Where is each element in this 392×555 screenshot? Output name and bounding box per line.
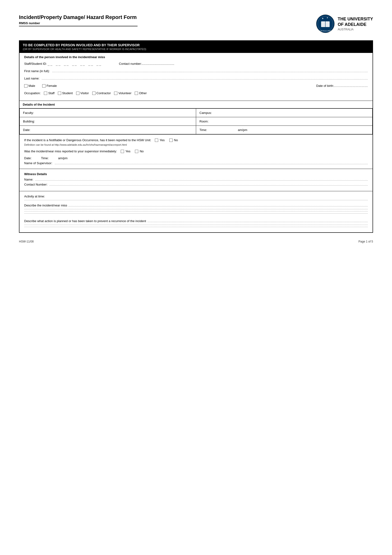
section3-date-time-row: Date: Time: am/pm bbox=[24, 156, 368, 160]
dob-group: Date of birth:…………………………… bbox=[316, 84, 368, 88]
lastname-label: Last name: bbox=[24, 77, 39, 80]
witness-section: Witness Details Name: Contact Number: bbox=[20, 169, 372, 191]
student-checkbox-item[interactable]: Student bbox=[58, 91, 73, 95]
visitor-label: Visitor bbox=[80, 91, 89, 95]
notifiable-text: If the incident is a Notifiable or Dange… bbox=[24, 138, 151, 142]
time-cell: Time: am/pm bbox=[196, 126, 372, 134]
witness-header: Witness Details bbox=[24, 172, 368, 176]
reported-no-checkbox[interactable] bbox=[135, 150, 138, 153]
action-line-2 bbox=[24, 227, 368, 227]
gender-dob-row: Male Female Date of birth:…………………………… bbox=[24, 84, 368, 88]
volunteer-checkbox-item[interactable]: Volunteer bbox=[114, 91, 131, 95]
witness-contact-label: Contact Number: bbox=[24, 183, 47, 186]
male-checkbox-item[interactable]: Male bbox=[24, 84, 35, 88]
action-label: Describe what action is planned or has b… bbox=[24, 219, 146, 223]
student-label: Student bbox=[62, 91, 73, 95]
footer-left: HSW-11/08 bbox=[19, 240, 34, 243]
notifiable-note: Definition can be found at http://www.ad… bbox=[24, 143, 368, 146]
notifiable-no-checkbox[interactable] bbox=[169, 139, 173, 142]
lastname-dotted bbox=[42, 79, 368, 80]
volunteer-checkbox[interactable] bbox=[114, 92, 117, 95]
section3-date-label: Date: bbox=[24, 156, 32, 160]
staff-id-label: Staff/Student ID: bbox=[24, 62, 47, 66]
female-checkbox-item[interactable]: Female bbox=[42, 84, 57, 88]
incident-table: Faculty: Campus: Building: Room: Date: T… bbox=[20, 109, 372, 134]
rmss-label: RMSS number bbox=[19, 21, 40, 25]
reported-row: Was the incident/near miss reported to y… bbox=[24, 149, 368, 153]
other-label: Other bbox=[139, 91, 147, 95]
campus-cell: Campus: bbox=[196, 109, 372, 117]
reported-yes-label: Yes bbox=[125, 149, 130, 153]
staff-checkbox[interactable] bbox=[44, 92, 47, 95]
activity-section: Activity at time: Describe the incident/… bbox=[20, 191, 372, 232]
female-label: Female bbox=[46, 84, 57, 88]
section2-subheader: Details of the Incident bbox=[20, 101, 372, 109]
male-label: Male bbox=[29, 84, 35, 88]
volunteer-label: Volunteer bbox=[118, 91, 131, 95]
page-header: Incident/Property Damage/ Hazard Report … bbox=[19, 14, 373, 33]
describe-row: Describe the incident/near miss bbox=[24, 204, 368, 207]
university-name: THE UNIVERSITYOF ADELAIDE bbox=[338, 16, 373, 28]
header-left: Incident/Property Damage/ Hazard Report … bbox=[19, 14, 137, 26]
time-label: Time: bbox=[200, 128, 207, 132]
notifiable-yes-checkbox[interactable] bbox=[155, 139, 158, 142]
reported-yes-checkbox[interactable] bbox=[121, 150, 124, 153]
notifiable-section: If the incident is a Notifiable or Dange… bbox=[20, 134, 372, 169]
other-checkbox-item[interactable]: Other bbox=[135, 91, 147, 95]
describe-line-3 bbox=[24, 213, 368, 213]
supervisor-label: Name of Supervisor: bbox=[24, 161, 52, 165]
describe-dotted-inline bbox=[69, 206, 368, 206]
rmss-line: RMSS number bbox=[19, 21, 137, 26]
occupation-row: Occupation: Staff Student Visitor Contra… bbox=[24, 91, 368, 95]
dob-label: Date of birth:…………………………… bbox=[316, 84, 368, 88]
building-cell: Building: bbox=[20, 117, 196, 126]
contractor-checkbox-item[interactable]: Contractor bbox=[92, 91, 111, 95]
activity-label-row: Activity at time: bbox=[24, 195, 368, 198]
reported-no-label: No bbox=[140, 149, 144, 153]
section1-header: TO BE COMPLETED BY PERSON INVOLVED AND B… bbox=[20, 41, 372, 53]
staff-checkbox-item[interactable]: Staff bbox=[44, 91, 55, 95]
action-row: Describe what action is planned or has b… bbox=[24, 219, 368, 223]
male-checkbox[interactable] bbox=[24, 84, 28, 88]
describe-label: Describe the incident/near miss bbox=[24, 204, 67, 207]
describe-line-1 bbox=[24, 209, 368, 209]
notifiable-row: If the incident is a Notifiable or Dange… bbox=[24, 138, 368, 142]
ampm-label: am/pm bbox=[238, 128, 247, 132]
witness-name-label: Name: bbox=[24, 178, 33, 181]
staff-label: Staff bbox=[48, 91, 55, 95]
staff-id-value: __ __ __ __ __ __ __ bbox=[48, 62, 102, 66]
form-title: Incident/Property Damage/ Hazard Report … bbox=[19, 14, 137, 20]
building-label: Building: bbox=[23, 120, 35, 123]
room-label: Room: bbox=[200, 120, 208, 123]
room-cell: Room: bbox=[196, 117, 372, 126]
supervisor-row: Name of Supervisor: bbox=[24, 161, 368, 165]
form-container: TO BE COMPLETED BY PERSON INVOLVED AND B… bbox=[19, 40, 373, 233]
firstname-row: First name (in full): bbox=[24, 69, 368, 73]
action-line-1 bbox=[24, 225, 368, 225]
describe-line-2 bbox=[24, 211, 368, 212]
other-checkbox[interactable] bbox=[135, 92, 138, 95]
section1-body: Details of the person involved in the in… bbox=[20, 53, 372, 101]
footer-right: Page 1 of 5 bbox=[359, 240, 373, 243]
page-footer: HSW-11/08 Page 1 of 5 bbox=[19, 240, 373, 243]
occupation-label: Occupation: bbox=[24, 91, 41, 95]
reported-text: Was the incident/near miss reported to y… bbox=[24, 149, 117, 153]
notifiable-yes-label: Yes bbox=[160, 138, 164, 142]
visitor-checkbox[interactable] bbox=[76, 92, 79, 95]
activity-label: Activity at time: bbox=[24, 195, 45, 198]
contact-label: Contact number:.........................… bbox=[119, 62, 174, 66]
witness-name-row: Name: bbox=[24, 178, 368, 181]
section1-title: TO BE COMPLETED BY PERSON INVOLVED AND B… bbox=[23, 43, 369, 47]
supervisor-dotted bbox=[55, 164, 368, 164]
contractor-checkbox[interactable] bbox=[92, 92, 96, 95]
witness-contact-row: Contact Number: bbox=[24, 183, 368, 186]
notifiable-no-label: No bbox=[174, 138, 178, 142]
visitor-checkbox-item[interactable]: Visitor bbox=[76, 91, 89, 95]
section3-time-label: Time: bbox=[41, 156, 49, 160]
id-contact-row: Staff/Student ID: __ __ __ __ __ __ __ C… bbox=[24, 62, 368, 66]
university-crest-icon: SUB CRUCE LUMEN bbox=[316, 14, 335, 33]
building-room-row: Building: Room: bbox=[20, 117, 372, 126]
date-time-row: Date: Time: am/pm bbox=[20, 126, 372, 134]
female-checkbox[interactable] bbox=[42, 84, 46, 88]
student-checkbox[interactable] bbox=[58, 92, 61, 95]
